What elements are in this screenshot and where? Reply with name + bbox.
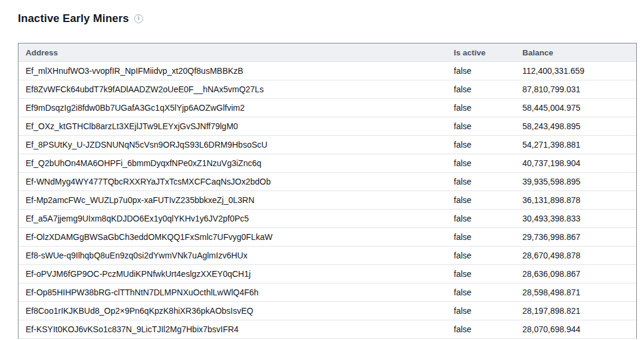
column-header-balance: Balance — [522, 48, 636, 57]
balance-cell: 28,670,498.878 — [522, 251, 636, 260]
is-active-cell: false — [454, 177, 522, 186]
address-cell: Ef-Op85HIHPW38bRG-clTThNtN7DLMPNXuOcthlL… — [18, 288, 454, 297]
balance-cell: 54,271,398.881 — [522, 140, 636, 149]
table-row: Ef_mlXHnufWO3-vvopfIR_NpIFMiidvp_xt20Qf8… — [18, 62, 636, 80]
address-cell: Ef_8PSUtKy_U-JZDSNUNqN5cVsn9ORJqS93L6DRM… — [18, 140, 454, 149]
balance-cell: 112,400,331.659 — [522, 66, 636, 76]
address-cell: Ef_OXz_ktGTHClb8arzLt3XEjlJTw9LEYxjGvSJN… — [18, 121, 454, 131]
balance-cell: 28,197,898.821 — [522, 306, 636, 316]
balance-cell: 58,243,498.895 — [522, 121, 636, 131]
table-row: Ef_OXz_ktGTHClb8arzLt3XEjlJTw9LEYxjGvSJN… — [18, 117, 636, 136]
table-row: Ef_Q2bUhOn4MA6OHPFi_6bmmDyqxfNPe0xZ1NzuV… — [18, 154, 636, 173]
balance-cell: 30,493,398.833 — [522, 214, 636, 223]
table-row: Ef_a5A7jjemg9UIxm8qKDJDO6Ex1y0qlYKHv1y6J… — [18, 210, 636, 228]
is-active-cell: false — [454, 214, 522, 223]
is-active-cell: false — [454, 103, 522, 113]
title-row: Inactive Early Miners i — [18, 12, 143, 25]
table-row: Ef-WNdMyg4WY477TQbcRXXRYaJTxTcsMXCFCaqNs… — [18, 173, 636, 191]
address-cell: Ef-Mp2amcFWc_WUZLp7u0px-xaFUTIvZ235bbkxe… — [18, 195, 454, 205]
balance-cell: 28,598,498.871 — [522, 288, 636, 297]
table-row: Ef_8PSUtKy_U-JZDSNUNqN5cVsn9ORJqS93L6DRM… — [18, 136, 636, 154]
table-body: Ef_mlXHnufWO3-vvopfIR_NpIFMiidvp_xt20Qf8… — [18, 62, 636, 339]
table-row: Ef8-sWUe-q9IlhqbQ8uEn9zq0si2dYwmVNk7uAgl… — [18, 247, 636, 265]
address-cell: Ef_mlXHnufWO3-vvopfIR_NpIFMiidvp_xt20Qf8… — [18, 66, 454, 76]
is-active-cell: false — [454, 85, 522, 94]
is-active-cell: false — [454, 325, 522, 334]
table-row: Ef-Op85HIHPW38bRG-clTThNtN7DLMPNXuOcthlL… — [18, 283, 636, 302]
is-active-cell: false — [454, 121, 522, 131]
balance-cell: 29,736,998.867 — [522, 232, 636, 242]
table-row: Ef-Mp2amcFWc_WUZLp7u0px-xaFUTIvZ235bbkxe… — [18, 191, 636, 210]
table-row: Ef9mDsqzIg2i8fdw0Bb7UGafA3Gc1qX5lYjp6AOZ… — [18, 99, 636, 117]
balance-cell: 28,636,098.867 — [522, 269, 636, 279]
address-cell: Ef9mDsqzIg2i8fdw0Bb7UGafA3Gc1qX5lYjp6AOZ… — [18, 103, 454, 113]
address-cell: Ef-OlzXDAMGgBWSaGbCh3eddOMKQQ1FxSmlc7UFv… — [18, 232, 454, 242]
table-header-row: Address Is active Balance — [18, 43, 636, 62]
column-header-is-active: Is active — [454, 48, 522, 57]
is-active-cell: false — [454, 66, 522, 76]
balance-cell: 40,737,198.904 — [522, 158, 636, 168]
column-header-address: Address — [18, 48, 454, 57]
table-row: Ef8Coo1rIKJKBUd8_Op2×9Pn6qKpzK8hiXR36pkA… — [18, 302, 636, 320]
balance-cell: 39,935,598.895 — [522, 177, 636, 186]
address-cell: Ef8ZvWFCk64ubdT7k9fADlAADZW2oUeE0F__hNAx… — [18, 85, 454, 94]
page-title: Inactive Early Miners — [18, 12, 129, 25]
table-header: Address Is active Balance — [18, 43, 636, 62]
is-active-cell: false — [454, 140, 522, 149]
balance-cell: 28,070,698.944 — [522, 325, 636, 334]
is-active-cell: false — [454, 269, 522, 279]
address-cell: Ef_Q2bUhOn4MA6OHPFi_6bmmDyqxfNPe0xZ1NzuV… — [18, 158, 454, 168]
address-cell: Ef-oPVJM6fGP9OC-PczMUdiKPNfwkUrt4eslgzXX… — [18, 269, 454, 279]
address-cell: Ef_a5A7jjemg9UIxm8qKDJDO6Ex1y0qlYKHv1y6J… — [18, 214, 454, 223]
table-row: Ef-KSYIt0KOJ6vKSo1c837N_9LicTJIl2Mg7Hbix… — [18, 320, 636, 339]
balance-cell: 36,131,898.878 — [522, 195, 636, 205]
table-row: Ef8ZvWFCk64ubdT7k9fADlAADZW2oUeE0F__hNAx… — [18, 80, 636, 99]
is-active-cell: false — [454, 232, 522, 242]
is-active-cell: false — [454, 251, 522, 260]
balance-cell: 87,810,799.031 — [522, 85, 636, 94]
is-active-cell: false — [454, 158, 522, 168]
miners-table: Address Is active Balance Ef_mlXHnufWO3-… — [18, 43, 637, 339]
address-cell: Ef-KSYIt0KOJ6vKSo1c837N_9LicTJIl2Mg7Hbix… — [18, 325, 454, 334]
is-active-cell: false — [454, 195, 522, 205]
table-row: Ef-oPVJM6fGP9OC-PczMUdiKPNfwkUrt4eslgzXX… — [18, 265, 636, 283]
address-cell: Ef8Coo1rIKJKBUd8_Op2×9Pn6qKpzK8hiXR36pkA… — [18, 306, 454, 316]
address-cell: Ef8-sWUe-q9IlhqbQ8uEn9zq0si2dYwmVNk7uAgl… — [18, 251, 454, 260]
info-icon[interactable]: i — [134, 14, 143, 23]
is-active-cell: false — [454, 288, 522, 297]
table-row: Ef-OlzXDAMGgBWSaGbCh3eddOMKQQ1FxSmlc7UFv… — [18, 228, 636, 247]
balance-cell: 58,445,004.975 — [522, 103, 636, 113]
address-cell: Ef-WNdMyg4WY477TQbcRXXRYaJTxTcsMXCFCaqNs… — [18, 177, 454, 186]
is-active-cell: false — [454, 306, 522, 316]
